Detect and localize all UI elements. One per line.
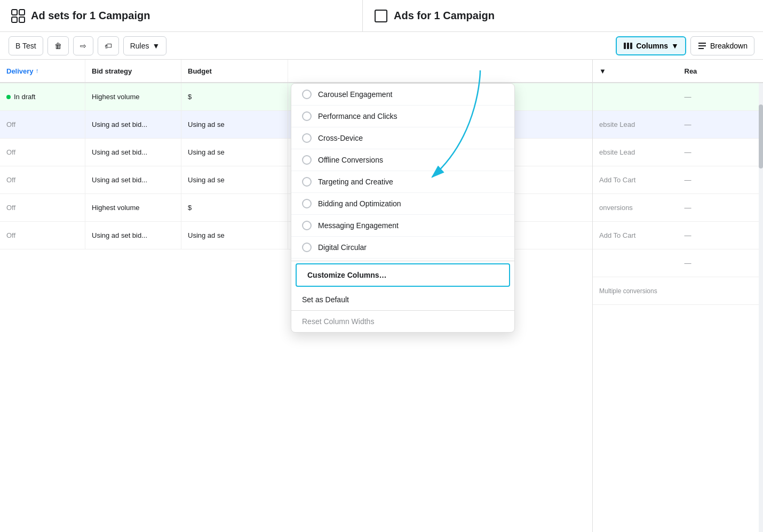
svg-rect-6 [627,43,629,49]
columns-dropdown: Carousel Engagement Performance and Clic… [291,83,515,333]
radio-performance[interactable] [302,111,312,121]
dropdown-item-performance[interactable]: Performance and Clicks [291,106,514,127]
right-td-1-1: ebsite Lead [593,120,678,128]
toolbar: B Test 🗑 ⇨ 🏷 Rules ▼ Columns ▼ B [0,32,763,60]
tag-icon: 🏷 [105,42,112,50]
right-row-5: Add To Cart — [593,222,763,249]
export-button[interactable]: ⇨ [73,36,93,55]
right-td-2-1: ebsite Lead [593,148,678,156]
svg-rect-2 [12,17,17,22]
right-td-3-2: — [678,176,764,184]
td-delivery-2: Off [0,139,85,166]
dropdown-item-messaging[interactable]: Messaging Engagement [291,215,514,237]
dropdown-item-targeting[interactable]: Targeting and Creative [291,171,514,193]
td-budget-0: $ [181,83,288,110]
right-th-2: Rea [678,67,764,75]
sort-down-icon: ▼ [599,67,606,75]
export-icon: ⇨ [80,42,86,50]
td-bid-5: Using ad set bid... [85,222,181,249]
ads-title: Ads for 1 Campaign [373,9,495,23]
right-panel: ▼ Rea — ebsite Lead — ebsite Lead — Add … [592,60,763,532]
breakdown-icon [697,41,707,51]
right-row-1: ebsite Lead — [593,111,763,139]
td-bid-1: Using ad set bid... [85,111,181,138]
right-td-1-2: — [678,120,764,128]
right-row-2: ebsite Lead — [593,139,763,166]
right-td-4-2: — [678,204,764,212]
th-delivery: Delivery ↑ [0,60,85,82]
svg-rect-7 [630,43,632,49]
right-td-4-1: onversions [593,204,678,212]
table-header: Delivery ↑ Bid strategy Budget [0,60,592,83]
customize-columns-button[interactable]: Customize Columns… [296,263,510,287]
adsets-title: Ad sets for 1 Campaign [11,9,150,23]
dropdown-item-digital[interactable]: Digital Circular [291,237,514,259]
right-th-1: ▼ [593,67,678,75]
sort-arrow-icon: ↑ [36,67,39,75]
header-right: Ads for 1 Campaign [363,0,763,31]
svg-rect-5 [624,43,626,49]
svg-rect-1 [19,10,25,15]
right-row-4: onversions — [593,194,763,222]
radio-carousel[interactable] [302,90,312,99]
adsets-icon [11,9,26,23]
td-delivery-1: Off [0,111,85,138]
top-header: Ad sets for 1 Campaign Ads for 1 Campaig… [0,0,763,32]
th-budget: Budget [181,60,288,82]
right-td-2-2: — [678,148,764,156]
dropdown-item-cross-device[interactable]: Cross-Device [291,127,514,149]
right-td-7-1: Multiple conversions [593,287,678,295]
td-bid-4: Highest volume [85,194,181,221]
right-table-header: ▼ Rea [593,60,763,83]
radio-cross-device[interactable] [302,133,312,143]
th-bid-strategy: Bid strategy [85,60,181,82]
rules-chevron-icon: ▼ [152,42,160,50]
td-budget-2: Using ad se [181,139,288,166]
ab-test-button[interactable]: B Test [9,36,43,55]
scrollbar-track [759,83,763,532]
td-bid-3: Using ad set bid... [85,166,181,194]
right-row-7: Multiple conversions [593,277,763,305]
status-dot-green [6,95,11,99]
td-budget-3: Using ad se [181,166,288,194]
breakdown-button[interactable]: Breakdown [690,36,754,55]
right-row-3: Add To Cart — [593,166,763,194]
dropdown-item-carousel[interactable]: Carousel Engagement [291,84,514,106]
dropdown-item-offline[interactable]: Offline Conversions [291,149,514,171]
svg-rect-4 [375,10,387,22]
right-row-6: — [593,249,763,277]
toolbar-right: Columns ▼ Breakdown [616,36,754,55]
td-delivery-5: Off [0,222,85,249]
columns-chevron-icon: ▼ [671,42,679,50]
delete-button[interactable]: 🗑 [47,36,69,55]
td-delivery-3: Off [0,166,85,194]
radio-offline[interactable] [302,155,312,165]
radio-targeting[interactable] [302,177,312,187]
svg-rect-0 [12,10,17,15]
td-bid-0: Highest volume [85,83,181,110]
right-td-5-1: Add To Cart [593,231,678,239]
td-bid-2: Using ad set bid... [85,139,181,166]
columns-button[interactable]: Columns ▼ [616,36,686,55]
trash-icon: 🗑 [54,42,62,50]
table-section: Delivery ↑ Bid strategy Budget In draft … [0,60,592,532]
right-td-6-2: — [678,259,764,267]
set-default-button[interactable]: Set as Default [291,289,514,310]
reset-column-widths-button: Reset Column Widths [291,310,514,332]
content-area: Delivery ↑ Bid strategy Budget In draft … [0,60,763,532]
tag-button[interactable]: 🏷 [98,36,119,55]
radio-digital[interactable] [302,243,312,252]
rules-button[interactable]: Rules ▼ [123,36,167,55]
radio-messaging[interactable] [302,221,312,230]
td-budget-4: $ [181,194,288,221]
dropdown-item-bidding[interactable]: Bidding and Optimization [291,193,514,215]
td-budget-1: Using ad se [181,111,288,138]
td-budget-5: Using ad se [181,222,288,249]
radio-bidding[interactable] [302,199,312,208]
right-row-0: — [593,83,763,111]
td-delivery-4: Off [0,194,85,221]
scrollbar-thumb[interactable] [759,104,763,168]
ads-icon [373,9,388,23]
right-td-0-2: — [678,93,764,101]
header-left: Ad sets for 1 Campaign [0,0,363,31]
